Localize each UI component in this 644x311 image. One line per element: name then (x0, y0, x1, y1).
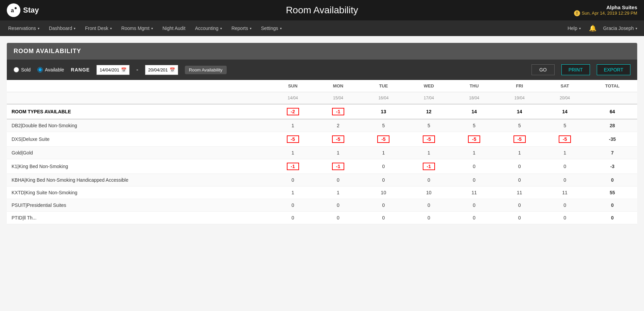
col-wed: WED (406, 80, 451, 92)
svg-text:a: a (11, 7, 14, 13)
col-thu: THU (452, 80, 497, 92)
calendar-icon: 📅 (121, 67, 126, 72)
nav-reports[interactable]: Reports ▾ (227, 20, 256, 36)
date-sun: 14/04 (270, 92, 315, 104)
cell-7-0: 0 (270, 212, 315, 224)
date-sat: 20/04 (542, 92, 587, 104)
cell-4-0: 0 (270, 174, 315, 186)
cell-1-0: -5 (270, 132, 315, 147)
col-room-type (7, 80, 270, 92)
nav-rooms-mgmt[interactable]: Rooms Mgmt ▾ (117, 20, 158, 36)
room-type-label: Gold|Gold (7, 147, 270, 159)
nav-front-desk[interactable]: Front Desk ▾ (80, 20, 116, 36)
cell-4-3: 0 (406, 174, 451, 186)
nav-bar: Reservations ▾ Dashboard ▾ Front Desk ▾ … (0, 20, 644, 36)
table-header-days: SUN MON TUE WED THU FRI SAT TOTAL (7, 80, 637, 92)
cell-6-6: 0 (542, 199, 587, 212)
date-tue: 16/04 (361, 92, 406, 104)
availability-table-wrapper: SUN MON TUE WED THU FRI SAT TOTAL 14/04 … (7, 80, 637, 224)
cell-3-0: -1 (270, 159, 315, 174)
cell-0-5: 5 (497, 119, 542, 132)
cell-7-5: 0 (497, 212, 542, 224)
row-total: 55 (588, 186, 637, 199)
controls-bar: Sold Available RANGE 14/04/201 📅 - 20/04… (7, 60, 637, 80)
table-header-dates: 14/04 15/04 16/04 17/04 18/04 19/04 20/0… (7, 92, 637, 104)
summary-total: 64 (588, 104, 637, 119)
cell-7-1: 0 (315, 212, 361, 224)
cell-5-4: 11 (452, 186, 497, 199)
sold-radio-label[interactable]: Sold (14, 67, 31, 72)
cell-6-5: 0 (497, 199, 542, 212)
table-row: PTID|ll Th...00000000 (7, 212, 637, 224)
date-thu: 18/04 (452, 92, 497, 104)
summary-val-0: -2 (270, 104, 315, 119)
nav-settings[interactable]: Settings ▾ (256, 20, 286, 36)
cell-1-5: -5 (497, 132, 542, 147)
row-total: 0 (588, 174, 637, 186)
room-availability-section: ROOM AVAILABILITY Sold Available RANGE 1… (7, 43, 637, 224)
cell-6-2: 0 (361, 199, 406, 212)
chevron-down-icon: ▾ (636, 27, 637, 30)
summary-val-2: 13 (361, 104, 406, 119)
cell-3-3: -1 (406, 159, 451, 174)
chevron-down-icon: ▾ (250, 27, 251, 30)
nav-right: Help ▾ 🔔 Gracia Joseph ▾ (563, 20, 641, 36)
chevron-down-icon: ▾ (38, 27, 39, 30)
col-sat: SAT (542, 80, 587, 92)
page-title: Room Availability (286, 5, 358, 16)
row-total: -3 (588, 159, 637, 174)
chevron-down-icon: ▾ (110, 27, 112, 30)
sold-radio[interactable] (14, 67, 19, 72)
tooltip-bubble: Room Availability (185, 66, 227, 74)
top-right-info: Alpha Suites ! Sun, Apr 14, 2019 12:29 P… (574, 4, 637, 16)
export-button[interactable]: EXPORT (597, 64, 630, 75)
bell-icon[interactable]: 🔔 (586, 24, 600, 32)
nav-dashboard[interactable]: Dashboard ▾ (44, 20, 81, 36)
available-radio[interactable] (37, 67, 43, 72)
table-row: KXTD|King Suite Non-Smoking1110101111115… (7, 186, 637, 199)
cell-2-3: 1 (406, 147, 451, 159)
nav-accounting[interactable]: Accounting ▾ (190, 20, 227, 36)
date-to-input[interactable]: 20/04/201 📅 (145, 65, 178, 75)
cell-5-5: 11 (497, 186, 542, 199)
content-area: ROOM AVAILABILITY Sold Available RANGE 1… (0, 36, 644, 311)
cell-6-0: 0 (270, 199, 315, 212)
logo-icon: a (7, 3, 20, 17)
available-radio-label[interactable]: Available (37, 67, 64, 72)
cell-1-3: -5 (406, 132, 451, 147)
date-from-input[interactable]: 14/04/201 📅 (97, 65, 129, 75)
table-row: DXS|Deluxe Suite-5-5-5-5-5-5-5-35 (7, 132, 637, 147)
date-mon: 15/04 (315, 92, 361, 104)
summary-val-3: 12 (406, 104, 451, 119)
user-menu[interactable]: Gracia Joseph ▾ (600, 26, 641, 31)
room-type-label: DXS|Deluxe Suite (7, 132, 270, 147)
date-wed: 17/04 (406, 92, 451, 104)
print-button[interactable]: PRINT (561, 64, 590, 75)
radio-group: Sold Available (14, 67, 64, 72)
nav-night-audit[interactable]: Night Audit (158, 20, 190, 36)
cell-1-4: -5 (452, 132, 497, 147)
cell-4-2: 0 (361, 174, 406, 186)
summary-label: ROOM TYPES AVAILABLE (7, 104, 270, 119)
col-fri: FRI (497, 80, 542, 92)
cell-0-1: 2 (315, 119, 361, 132)
col-room-type-sub (7, 92, 270, 104)
chevron-down-icon: ▾ (74, 27, 75, 30)
cell-6-1: 0 (315, 199, 361, 212)
go-button[interactable]: GO (532, 64, 555, 75)
cell-4-6: 0 (542, 174, 587, 186)
row-total: 28 (588, 119, 637, 132)
logo-area: a Stay (7, 3, 39, 17)
nav-reservations[interactable]: Reservations ▾ (3, 20, 44, 36)
row-total: -35 (588, 132, 637, 147)
room-type-label: PSUIT|Presidential Suites (7, 199, 270, 212)
cell-7-2: 0 (361, 212, 406, 224)
room-type-label: KXTD|King Suite Non-Smoking (7, 186, 270, 199)
cell-2-0: 1 (270, 147, 315, 159)
cell-3-5: 0 (497, 159, 542, 174)
nav-help[interactable]: Help ▾ (563, 20, 586, 36)
row-total: 0 (588, 212, 637, 224)
availability-table: SUN MON TUE WED THU FRI SAT TOTAL 14/04 … (7, 80, 637, 224)
cell-3-1: -1 (315, 159, 361, 174)
date-separator: - (136, 66, 138, 73)
